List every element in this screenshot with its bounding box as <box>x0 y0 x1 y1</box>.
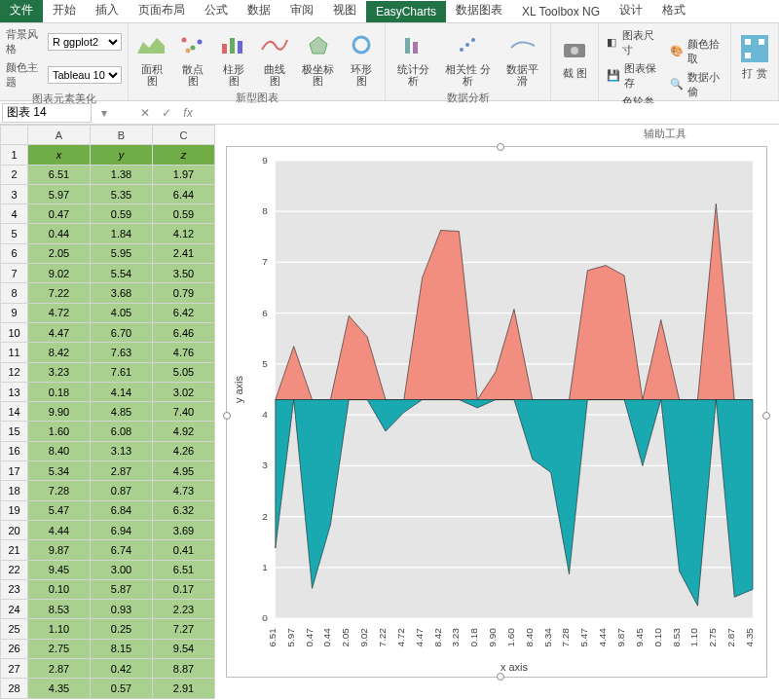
cell[interactable]: 5.35 <box>91 184 153 203</box>
row-header[interactable]: 26 <box>1 639 28 658</box>
cell[interactable]: 1.60 <box>28 422 91 441</box>
circular-chart-button[interactable]: 环形 图 <box>344 27 379 89</box>
cell[interactable]: 6.44 <box>153 184 215 203</box>
cell[interactable]: 0.25 <box>91 619 153 639</box>
row-header[interactable]: 25 <box>1 619 28 639</box>
cell[interactable]: 4.05 <box>91 303 153 322</box>
tab-file[interactable]: 文件 <box>0 0 43 22</box>
cell[interactable]: 5.05 <box>153 362 215 382</box>
cell[interactable]: 8.40 <box>28 441 91 461</box>
cancel-formula-icon[interactable]: ✕ <box>134 106 156 120</box>
cell[interactable]: 4.47 <box>28 322 91 342</box>
cell[interactable]: 7.22 <box>28 283 91 303</box>
fx-icon[interactable]: fx <box>177 106 199 120</box>
polar-chart-button[interactable]: 极坐标 图 <box>298 27 338 89</box>
cell[interactable]: 0.93 <box>91 600 153 619</box>
cell[interactable]: 1.84 <box>91 224 153 243</box>
row-header[interactable]: 22 <box>1 560 28 579</box>
scatter-chart-button[interactable]: 散点 图 <box>175 27 210 89</box>
cell[interactable]: 6.74 <box>91 540 153 560</box>
cell[interactable]: 4.12 <box>153 224 215 243</box>
row-header[interactable]: 6 <box>1 243 28 263</box>
cell[interactable]: 2.87 <box>28 659 91 679</box>
col-header[interactable]: A <box>28 126 91 145</box>
reward-button[interactable]: 打 赏 <box>737 31 772 81</box>
color-picker-button[interactable]: 🎨颜色拾取 <box>668 36 724 67</box>
row-header[interactable]: 19 <box>1 500 28 520</box>
cell[interactable]: 0.79 <box>153 283 215 303</box>
resize-handle-top[interactable] <box>497 143 504 151</box>
cell[interactable]: 3.68 <box>91 283 153 303</box>
cell[interactable]: 0.59 <box>153 204 215 224</box>
cell[interactable]: 4.26 <box>153 441 215 461</box>
cell[interactable]: 7.63 <box>91 343 153 362</box>
screenshot-button[interactable]: 截 图 <box>557 31 592 81</box>
cell[interactable]: 6.42 <box>153 303 215 322</box>
tab-home[interactable]: 开始 <box>43 0 86 22</box>
row-header[interactable]: 16 <box>1 441 28 461</box>
name-box[interactable] <box>2 103 92 123</box>
cell[interactable]: 3.02 <box>153 382 215 401</box>
cell[interactable]: 3.23 <box>28 362 91 382</box>
row-header[interactable]: 14 <box>1 402 28 422</box>
bg-style-select[interactable]: R ggplot2 <box>48 33 122 51</box>
row-header[interactable]: 2 <box>1 165 28 184</box>
cell[interactable]: 4.92 <box>153 422 215 441</box>
chart-object[interactable]: 01234567896.515.970.470.442.059.027.224.… <box>226 146 767 678</box>
row-header[interactable]: 18 <box>1 481 28 500</box>
cell[interactable]: 8.42 <box>28 343 91 362</box>
area-chart-button[interactable]: 面积 图 <box>134 27 169 89</box>
row-header[interactable]: 9 <box>1 303 28 322</box>
column-chart-button[interactable]: 柱形 图 <box>216 27 251 89</box>
cell[interactable]: 2.91 <box>153 679 215 699</box>
cell[interactable]: 0.47 <box>28 204 91 224</box>
accept-formula-icon[interactable]: ✓ <box>156 106 177 120</box>
row-header[interactable]: 11 <box>1 343 28 362</box>
cell[interactable]: 4.76 <box>153 343 215 362</box>
col-header[interactable]: C <box>153 126 215 145</box>
tab-pagelayout[interactable]: 页面布局 <box>129 0 195 22</box>
cell[interactable]: 0.18 <box>28 382 91 401</box>
cell[interactable]: 0.57 <box>91 679 153 699</box>
data-thief-button[interactable]: 🔍数据小偷 <box>668 69 724 100</box>
stat-analysis-button[interactable]: 统计分 析 <box>391 27 435 89</box>
tab-format[interactable]: 格式 <box>652 0 695 22</box>
cell[interactable]: 5.47 <box>28 500 91 520</box>
cell[interactable]: 9.87 <box>28 540 91 560</box>
cell[interactable]: 2.23 <box>153 600 215 619</box>
cell[interactable]: 2.87 <box>91 461 153 481</box>
cell[interactable]: 9.45 <box>28 560 91 579</box>
row-header[interactable]: 23 <box>1 579 28 599</box>
row-header[interactable]: 15 <box>1 422 28 441</box>
cell[interactable]: 4.95 <box>153 461 215 481</box>
cell[interactable]: 6.94 <box>91 520 153 539</box>
cell[interactable]: 6.32 <box>153 500 215 520</box>
cell[interactable]: 8.53 <box>28 600 91 619</box>
cell[interactable]: 3.69 <box>153 520 215 539</box>
row-header[interactable]: 20 <box>1 520 28 539</box>
cell[interactable]: 3.50 <box>153 264 215 283</box>
tab-insert[interactable]: 插入 <box>86 0 129 22</box>
tab-formula[interactable]: 公式 <box>195 0 238 22</box>
tab-design[interactable]: 设计 <box>610 0 652 22</box>
cell[interactable]: 2.05 <box>28 243 91 263</box>
formula-input[interactable] <box>199 103 779 122</box>
tab-view[interactable]: 视图 <box>323 0 366 22</box>
row-header[interactable]: 12 <box>1 362 28 382</box>
chart-size-button[interactable]: ◧图表尺寸 <box>605 27 661 58</box>
cell[interactable]: 7.27 <box>153 619 215 639</box>
cell[interactable]: 8.15 <box>91 639 153 658</box>
cell[interactable]: 6.51 <box>28 165 91 184</box>
row-header[interactable]: 4 <box>1 204 28 224</box>
cell[interactable]: 7.28 <box>28 481 91 500</box>
tab-datachart[interactable]: 数据图表 <box>446 0 512 22</box>
corr-analysis-button[interactable]: 相关性 分析 <box>441 27 495 89</box>
row-header[interactable]: 7 <box>1 264 28 283</box>
cell[interactable]: 5.97 <box>28 184 91 203</box>
cell[interactable]: 4.44 <box>28 520 91 539</box>
cell[interactable]: 5.34 <box>28 461 91 481</box>
row-header[interactable]: 28 <box>1 679 28 699</box>
cell[interactable]: 4.73 <box>153 481 215 500</box>
row-header[interactable]: 5 <box>1 224 28 243</box>
cell[interactable]: 1.38 <box>91 165 153 184</box>
